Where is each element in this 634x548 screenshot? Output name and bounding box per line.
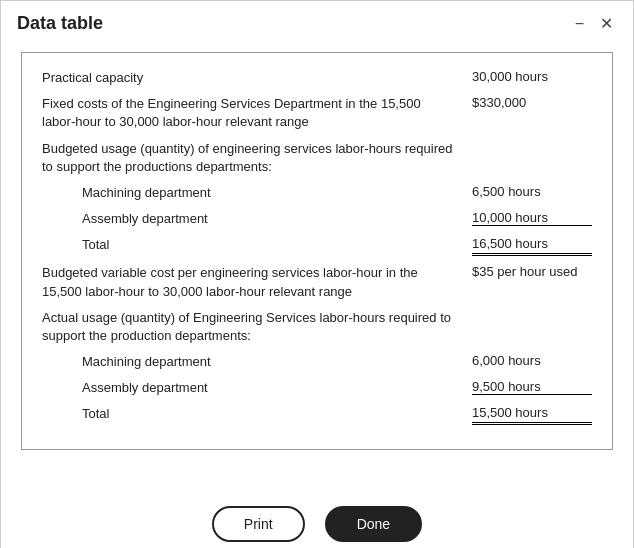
row-label: Assembly department <box>42 210 472 228</box>
window-controls: − ✕ <box>571 16 617 32</box>
footer-buttons: Print Done <box>1 490 633 548</box>
row-value: 6,000 hours <box>472 353 592 368</box>
row-label: Total <box>42 236 472 254</box>
row-label: Machining department <box>42 184 472 202</box>
minimize-button[interactable]: − <box>571 16 588 32</box>
row-value: 9,500 hours <box>472 379 592 395</box>
row-value: $35 per hour used <box>472 264 592 279</box>
row-label: Practical capacity <box>42 69 472 87</box>
window: Data table − ✕ Practical capacity30,000 … <box>0 0 634 548</box>
table-row: Fixed costs of the Engineering Services … <box>42 95 592 131</box>
row-label: Assembly department <box>42 379 472 397</box>
row-label: Machining department <box>42 353 472 371</box>
row-label: Fixed costs of the Engineering Services … <box>42 95 472 131</box>
table-row: Assembly department9,500 hours <box>42 379 592 397</box>
table-row: Assembly department10,000 hours <box>42 210 592 228</box>
row-value: $330,000 <box>472 95 592 110</box>
row-value: 30,000 hours <box>472 69 592 84</box>
table-row: Budgeted variable cost per engineering s… <box>42 264 592 300</box>
table-row: Machining department6,000 hours <box>42 353 592 371</box>
window-title: Data table <box>17 13 103 34</box>
table-row: Machining department6,500 hours <box>42 184 592 202</box>
table-row: Total15,500 hours <box>42 405 592 425</box>
row-label: Budgeted variable cost per engineering s… <box>42 264 472 300</box>
table-row: Total16,500 hours <box>42 236 592 256</box>
table-row: Actual usage (quantity) of Engineering S… <box>42 309 592 345</box>
done-button[interactable]: Done <box>325 506 422 542</box>
table-row: Budgeted usage (quantity) of engineering… <box>42 140 592 176</box>
row-value: 6,500 hours <box>472 184 592 199</box>
row-label: Budgeted usage (quantity) of engineering… <box>42 140 472 176</box>
row-value: 15,500 hours <box>472 405 592 425</box>
row-label: Actual usage (quantity) of Engineering S… <box>42 309 472 345</box>
print-button[interactable]: Print <box>212 506 305 542</box>
table-row: Practical capacity30,000 hours <box>42 69 592 87</box>
row-value: 10,000 hours <box>472 210 592 226</box>
row-label: Total <box>42 405 472 423</box>
content-area: Practical capacity30,000 hoursFixed cost… <box>1 42 633 490</box>
row-value: 16,500 hours <box>472 236 592 256</box>
data-table-box: Practical capacity30,000 hoursFixed cost… <box>21 52 613 450</box>
title-bar: Data table − ✕ <box>1 1 633 42</box>
close-button[interactable]: ✕ <box>596 16 617 32</box>
